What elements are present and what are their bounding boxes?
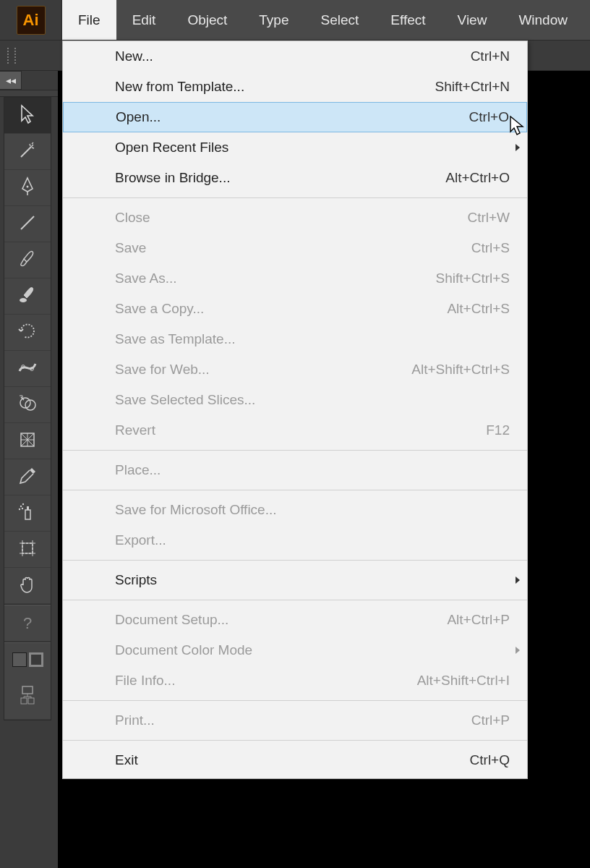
menu-item-document-setup: Document Setup...Alt+Ctrl+P (63, 605, 527, 635)
menu-item-shortcut: Alt+Ctrl+O (445, 170, 510, 186)
menu-item-label: Revert (115, 422, 155, 438)
menu-item-scripts[interactable]: Scripts (63, 565, 527, 595)
menu-item-exit[interactable]: ExitCtrl+Q (63, 745, 527, 775)
menu-item-label: Export... (115, 532, 166, 548)
menu-separator (63, 197, 527, 198)
menu-item-revert: RevertF12 (63, 415, 527, 446)
menu-effect-label: Effect (390, 12, 425, 28)
menu-item-label: Scripts (115, 572, 157, 588)
svg-rect-14 (25, 510, 30, 519)
help-icon: ? (23, 614, 32, 633)
chevron-left-icon: ◂◂ (6, 75, 16, 86)
mesh-icon (17, 429, 38, 454)
eyedropper-icon (17, 465, 38, 490)
menu-item-open[interactable]: Open...Ctrl+O (63, 102, 527, 132)
eyedropper-tool[interactable] (4, 459, 51, 495)
svg-line-3 (21, 216, 34, 229)
svg-point-19 (22, 507, 23, 509)
menu-separator (63, 600, 527, 600)
menu-item-label: Save Selected Slices... (115, 392, 255, 408)
artboard-tool[interactable] (4, 532, 51, 568)
menu-item-label: Document Color Mode (115, 642, 252, 658)
svg-rect-25 (22, 686, 33, 694)
rotate-tool[interactable] (4, 315, 51, 351)
menu-window-label: Window (518, 12, 568, 28)
magic-wand-tool[interactable] (4, 134, 51, 170)
sprayer-icon (17, 501, 38, 526)
menu-item-shortcut: Alt+Shift+Ctrl+S (411, 362, 510, 378)
artboard-icon (17, 537, 38, 562)
menu-item-shortcut: Ctrl+S (471, 240, 510, 256)
menu-item-label: File Info... (115, 673, 175, 689)
menu-select-label: Select (321, 12, 359, 28)
menu-view[interactable]: View (442, 0, 503, 40)
menu-item-shortcut: Ctrl+O (469, 109, 509, 125)
menu-item-save-selected-slices: Save Selected Slices... (63, 385, 527, 415)
app-logo[interactable]: Ai (0, 0, 62, 40)
menu-object[interactable]: Object (171, 0, 243, 40)
toolbox: ? (4, 97, 51, 720)
selection-tool[interactable] (4, 98, 51, 134)
fill-stroke-swatches[interactable] (4, 643, 51, 676)
menu-item-print: Print...Ctrl+P (63, 705, 527, 736)
menu-effect[interactable]: Effect (375, 0, 441, 40)
panel-collapse-button[interactable]: ◂◂ (0, 71, 22, 90)
hand-tool[interactable] (4, 568, 51, 604)
mesh-tool[interactable] (4, 423, 51, 459)
menu-select[interactable]: Select (305, 0, 375, 40)
svg-rect-27 (28, 698, 34, 704)
submenu-arrow-icon (516, 144, 520, 151)
menu-item-save-a-copy: Save a Copy...Alt+Ctrl+S (63, 294, 527, 324)
stroke-swatch-icon[interactable] (29, 652, 43, 667)
menu-item-shortcut: Alt+Ctrl+S (447, 301, 510, 317)
hand-icon (17, 574, 38, 598)
shape-builder-icon (17, 393, 38, 417)
line-segment-tool[interactable] (4, 206, 51, 242)
menu-item-save: SaveCtrl+S (63, 233, 527, 263)
menu-item-open-recent-files[interactable]: Open Recent Files (63, 132, 527, 163)
menu-item-label: Close (115, 210, 150, 226)
menu-item-save-as-template: Save as Template... (63, 324, 527, 354)
menu-view-label: View (458, 12, 487, 28)
menu-item-label: Save As... (115, 271, 177, 286)
menu-item-new-from-template[interactable]: New from Template...Shift+Ctrl+N (63, 72, 527, 102)
menu-window[interactable]: Window (503, 0, 583, 40)
menu-item-shortcut: Ctrl+P (471, 712, 510, 728)
fill-swatch-icon[interactable] (12, 652, 27, 667)
menu-item-label: Document Setup... (115, 612, 228, 628)
menu-item-label: Place... (115, 462, 161, 478)
file-menu-dropdown: New...Ctrl+NNew from Template...Shift+Ct… (62, 41, 528, 779)
app-logo-icon: Ai (17, 6, 46, 35)
menu-item-save-for-web: Save for Web...Alt+Shift+Ctrl+S (63, 354, 527, 385)
menu-item-save-as: Save As...Shift+Ctrl+S (63, 263, 527, 294)
menu-item-shortcut: Ctrl+Q (470, 752, 510, 768)
brush-icon (17, 248, 38, 273)
menubar: Ai File Edit Object Type Select Effect V… (0, 0, 590, 41)
menu-edit[interactable]: Edit (116, 0, 172, 40)
paintbrush-tool[interactable] (4, 242, 51, 278)
menu-item-browse-in-bridge[interactable]: Browse in Bridge...Alt+Ctrl+O (63, 163, 527, 193)
line-icon (17, 212, 38, 237)
pen-icon (17, 176, 38, 200)
menu-item-shortcut: Ctrl+W (467, 210, 510, 226)
width-tool[interactable] (4, 351, 51, 387)
blob-brush-icon (17, 284, 38, 309)
menu-item-label: Exit (115, 752, 138, 768)
symbol-sprayer-tool[interactable] (4, 495, 51, 532)
app-window: Ai File Edit Object Type Select Effect V… (0, 0, 590, 868)
pen-tool[interactable] (4, 170, 51, 206)
help-button[interactable]: ? (4, 605, 51, 642)
artboard-nav-icon[interactable] (4, 676, 51, 720)
menu-file[interactable]: File (62, 0, 116, 40)
menu-item-document-color-mode: Document Color Mode (63, 635, 527, 665)
menu-type-label: Type (259, 12, 288, 28)
menu-item-label: Print... (115, 712, 155, 728)
svg-rect-26 (21, 698, 27, 704)
blob-brush-tool[interactable] (4, 278, 51, 315)
control-strip-handle-icon[interactable] (7, 48, 16, 64)
menu-type[interactable]: Type (243, 0, 304, 40)
menu-item-shortcut: Alt+Shift+Ctrl+I (417, 673, 510, 689)
shape-builder-tool[interactable] (4, 387, 51, 423)
svg-rect-20 (22, 543, 33, 553)
menu-item-new[interactable]: New...Ctrl+N (63, 41, 527, 72)
